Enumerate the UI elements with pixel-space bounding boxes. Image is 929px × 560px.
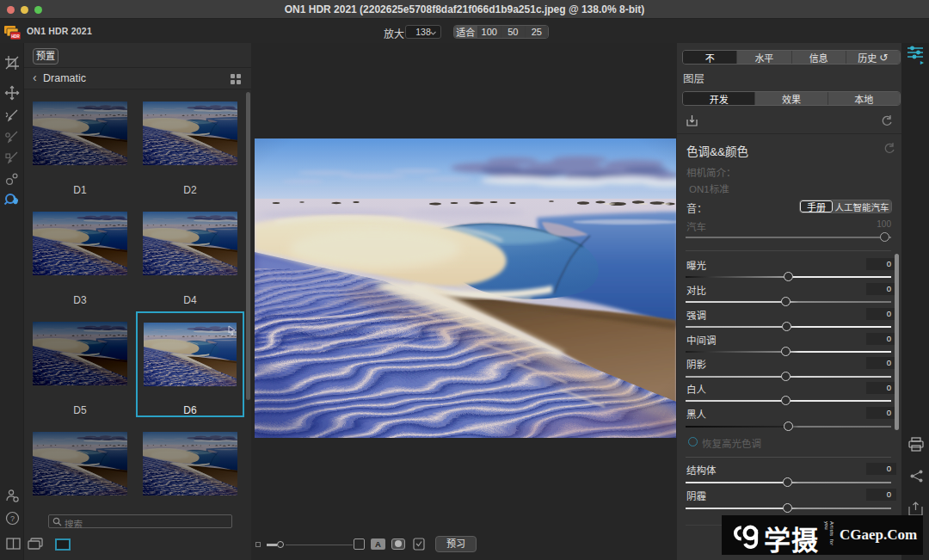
svg-text:?: ?: [10, 514, 15, 523]
svg-text:HDR: HDR: [11, 34, 20, 39]
